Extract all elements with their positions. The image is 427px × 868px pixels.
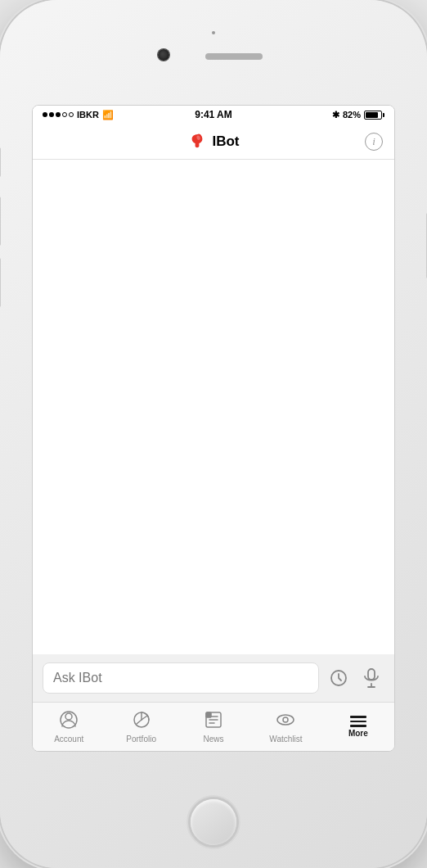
ibot-logo-icon bbox=[187, 132, 207, 151]
screen: IBKR 📶 9:41 AM ✱ 82% bbox=[32, 105, 395, 752]
nav-title-text: IBot bbox=[212, 133, 239, 150]
tab-portfolio-label: Portfolio bbox=[126, 735, 156, 744]
info-icon: i bbox=[372, 135, 375, 148]
info-button[interactable]: i bbox=[365, 133, 383, 151]
signal-dot-5 bbox=[69, 112, 74, 117]
tab-news-label: News bbox=[204, 735, 224, 744]
news-icon bbox=[204, 710, 223, 733]
microphone-button[interactable] bbox=[358, 665, 384, 691]
signal-bars bbox=[43, 112, 74, 117]
signal-dot-1 bbox=[43, 112, 47, 117]
battery-fill bbox=[366, 112, 378, 118]
signal-dot-4 bbox=[62, 112, 67, 117]
tab-account-label: Account bbox=[54, 735, 83, 744]
input-area bbox=[33, 654, 394, 702]
status-time: 9:41 AM bbox=[195, 109, 232, 120]
battery-icon bbox=[364, 111, 384, 120]
home-button[interactable] bbox=[191, 799, 236, 845]
wifi-icon: 📶 bbox=[102, 110, 114, 120]
tab-account[interactable]: Account bbox=[33, 703, 105, 751]
phone-frame: IBKR 📶 9:41 AM ✱ 82% bbox=[0, 0, 427, 868]
status-bar: IBKR 📶 9:41 AM ✱ 82% bbox=[33, 106, 394, 124]
side-button-mute bbox=[0, 147, 1, 177]
earpiece bbox=[205, 53, 263, 60]
hamburger-lines bbox=[350, 716, 366, 727]
side-button-volume-down bbox=[0, 258, 1, 307]
tab-bar: Account Portfolio bbox=[33, 702, 394, 751]
portfolio-icon bbox=[132, 710, 151, 733]
battery-percent-label: 82% bbox=[343, 110, 361, 120]
bluetooth-icon: ✱ bbox=[332, 110, 339, 120]
tab-watchlist-label: Watchlist bbox=[269, 735, 302, 744]
camera bbox=[158, 49, 169, 61]
history-button[interactable] bbox=[326, 665, 352, 691]
status-right: ✱ 82% bbox=[332, 110, 384, 120]
svg-point-15 bbox=[283, 717, 288, 722]
svg-rect-13 bbox=[206, 712, 211, 717]
side-button-volume-up bbox=[0, 197, 1, 246]
hamburger-line-3 bbox=[350, 725, 366, 727]
tab-portfolio[interactable]: Portfolio bbox=[105, 703, 177, 751]
svg-point-14 bbox=[277, 715, 294, 725]
signal-dot-2 bbox=[49, 112, 54, 117]
watchlist-icon bbox=[276, 710, 295, 733]
hamburger-line-1 bbox=[350, 716, 366, 718]
battery-tip bbox=[383, 113, 384, 117]
status-left: IBKR 📶 bbox=[43, 110, 114, 120]
battery-body bbox=[364, 111, 382, 120]
more-icon bbox=[350, 716, 366, 727]
svg-point-6 bbox=[65, 713, 72, 720]
tab-more-label: More bbox=[348, 729, 368, 738]
tab-more[interactable]: More bbox=[322, 703, 394, 751]
speaker bbox=[212, 31, 215, 34]
tab-watchlist[interactable]: Watchlist bbox=[249, 703, 321, 751]
tab-news[interactable]: News bbox=[178, 703, 249, 751]
ask-ibot-input[interactable] bbox=[43, 662, 319, 694]
svg-rect-3 bbox=[368, 669, 375, 680]
nav-title-container: IBot bbox=[187, 132, 239, 151]
clock-icon bbox=[329, 668, 348, 688]
microphone-icon bbox=[362, 668, 380, 688]
main-content bbox=[33, 160, 394, 654]
account-icon bbox=[59, 710, 79, 733]
hamburger-line-2 bbox=[350, 721, 366, 723]
signal-dot-3 bbox=[56, 112, 61, 117]
carrier-label: IBKR bbox=[77, 110, 99, 120]
navigation-bar: IBot i bbox=[33, 124, 394, 160]
